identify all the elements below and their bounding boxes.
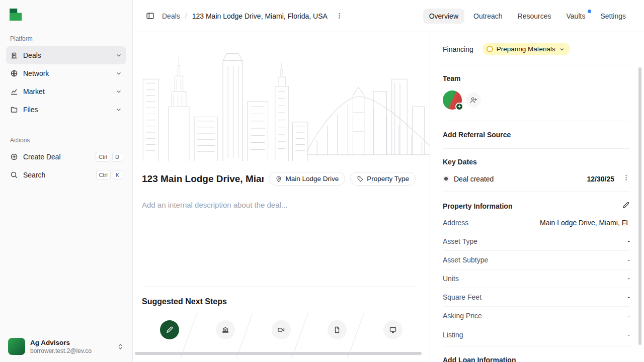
financing-status-label: Preparing Materials: [497, 45, 555, 53]
tab-resources[interactable]: Resources: [512, 9, 557, 24]
tab-overview[interactable]: Overview: [423, 9, 464, 24]
search-button[interactable]: Search Ctrl K: [6, 166, 126, 184]
map-pin-icon: [275, 175, 282, 183]
header: Deals / 123 Main Lodge Drive, Miami, Flo…: [133, 0, 644, 32]
key-date-menu-button[interactable]: [622, 174, 630, 184]
team-section: Team +: [443, 65, 630, 121]
financing-label: Financing: [443, 45, 473, 53]
create-deal-button[interactable]: Create Deal Ctrl D: [6, 148, 126, 166]
bank-building-icon: [216, 320, 235, 339]
property-info-row-address: Address Main Lodge Drive, Miami, FL: [443, 214, 630, 232]
account-avatar: [8, 338, 25, 355]
person-plus-icon: [469, 96, 477, 104]
edit-property-info-button[interactable]: [622, 201, 630, 211]
key-k: K: [113, 170, 122, 180]
section-divider: [142, 287, 416, 287]
vertical-scrollbar[interactable]: [638, 67, 641, 345]
folder-icon: [10, 106, 18, 114]
key-dates-title: Key Dates: [443, 158, 630, 166]
tag-icon: [357, 175, 364, 183]
account-info: Ag Advisors borrower.test.2@lev.co: [30, 339, 92, 354]
team-avatar-badge: +: [455, 103, 463, 111]
property-type-badge-label: Property Type: [367, 175, 409, 183]
street-badge-label: Main Lodge Drive: [285, 175, 339, 183]
tab-outreach[interactable]: Outreach: [467, 9, 509, 24]
property-info-row-asset-type: Asset Type -: [443, 232, 630, 251]
shortcut-keys: Ctrl D: [96, 152, 122, 162]
monitor-icon: [383, 320, 403, 339]
property-type-badge[interactable]: Property Type: [350, 172, 416, 186]
account-email: borrower.test.2@lev.co: [30, 347, 92, 354]
kebab-menu-icon: [336, 12, 343, 20]
chevron-down-icon: [115, 52, 122, 59]
property-info-row-listing: Listing -: [443, 325, 630, 344]
deal-tabs: Overview Outreach Resources Vaults Setti…: [423, 9, 632, 24]
deal-overview-column: 123 Main Lodge Drive, Miami, Florida, US…: [133, 32, 430, 362]
property-information-section: Property Information Address Main Lodge …: [443, 192, 630, 346]
sidebar-item-market[interactable]: Market: [6, 82, 126, 101]
property-information-title: Property Information: [443, 202, 512, 210]
property-info-row-asset-subtype: Asset Subtype -: [443, 251, 630, 269]
notification-dot: [588, 10, 591, 13]
property-information-header: Property Information: [443, 201, 630, 211]
property-info-rows: Address Main Lodge Drive, Miami, FL Asse…: [443, 214, 630, 344]
sidebar-toggle-button[interactable]: [143, 9, 157, 23]
property-info-row-square-feet: Square Feet -: [443, 288, 630, 307]
breadcrumb-parent[interactable]: Deals: [162, 12, 180, 20]
sidebar-item-network[interactable]: Network: [6, 64, 126, 82]
chevron-down-icon: [115, 70, 122, 77]
sidebar: Platform Deals Network Market: [0, 0, 133, 362]
sidebar-item-deals[interactable]: Deals: [6, 46, 126, 64]
app-window: Platform Deals Network Market: [0, 0, 644, 362]
horizontal-scrollbar[interactable]: [135, 352, 422, 355]
panel-left-icon: [146, 12, 154, 20]
add-referral-source-button[interactable]: Add Referral Source: [443, 121, 630, 149]
chart-icon: [10, 87, 18, 96]
next-steps-title: Suggested Next Steps: [142, 297, 430, 306]
team-member-avatar[interactable]: +: [443, 90, 462, 110]
document-icon: [328, 320, 347, 339]
tab-vaults[interactable]: Vaults: [560, 9, 592, 24]
street-badge[interactable]: Main Lodge Drive: [269, 172, 345, 186]
add-team-member-button[interactable]: [466, 93, 481, 108]
search-icon: [10, 171, 18, 179]
content: 123 Main Lodge Drive, Miami, Florida, US…: [133, 32, 644, 362]
description-placeholder[interactable]: Add an internal description about the de…: [142, 201, 416, 209]
add-loan-information-button[interactable]: Add Loan Information: [443, 346, 630, 362]
globe-icon: [10, 69, 18, 77]
team-title: Team: [443, 74, 630, 82]
financing-section: Financing Preparing Materials: [443, 32, 630, 65]
sidebar-item-label: Network: [23, 69, 49, 77]
sidebar-item-label: Market: [23, 87, 45, 96]
key-ctrl: Ctrl: [96, 152, 110, 162]
deal-hero-illustration: [133, 32, 430, 161]
sidebar-item-files[interactable]: Files: [6, 101, 126, 119]
chevron-down-icon: [115, 88, 122, 95]
chevrons-up-down-icon: [117, 343, 124, 350]
tab-settings[interactable]: Settings: [594, 9, 632, 24]
city-skyline-illustration: [133, 32, 430, 161]
sidebar-item-label: Deals: [23, 51, 41, 59]
sidebar-item-label: Files: [23, 106, 38, 114]
chevron-down-icon: [115, 106, 122, 113]
brand-logo[interactable]: [9, 8, 22, 21]
key-dates-section: Key Dates Deal created 12/30/25: [443, 149, 630, 192]
key-date-row: Deal created 12/30/25: [443, 174, 630, 184]
lev-logo-icon: [9, 8, 22, 21]
kebab-menu-icon: [622, 174, 630, 182]
account-switcher[interactable]: Ag Advisors borrower.test.2@lev.co: [6, 338, 126, 355]
actions-section-label: Actions: [10, 137, 126, 144]
key-d: D: [112, 152, 122, 162]
chevron-down-icon: [559, 46, 565, 52]
key-date-label: Deal created: [454, 175, 494, 183]
deal-title-row: 123 Main Lodge Drive, Miami, Florida, US…: [133, 161, 430, 186]
deal-options-menu-button[interactable]: [333, 9, 347, 23]
search-label: Search: [23, 171, 45, 179]
key-date-value: 12/30/25: [587, 175, 615, 183]
financing-status-dropdown[interactable]: Preparing Materials: [482, 43, 570, 55]
shortcut-keys: Ctrl K: [96, 170, 122, 180]
status-ring-icon: [487, 46, 493, 52]
key-ctrl: Ctrl: [96, 170, 111, 180]
pencil-icon: [160, 320, 179, 339]
create-deal-label: Create Deal: [23, 153, 61, 161]
